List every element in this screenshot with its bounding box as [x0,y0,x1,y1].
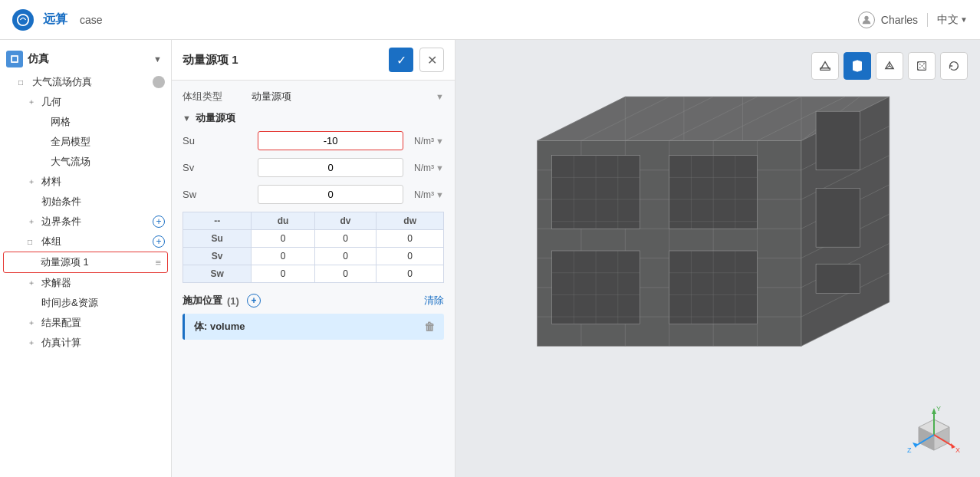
volume-tag-label: 体: volume [194,320,245,334]
clear-button[interactable]: 清除 [424,294,444,308]
svg-point-1 [864,15,868,19]
sv-unit[interactable]: N/m³ ▼ [409,163,444,173]
svg-text:Y: Y [936,405,941,413]
sv-dw-cell[interactable]: 0 [377,248,444,265]
panel-body: 体组类型 动量源项 ▼ ▼ 动量源项 Su N/m³ ▼ [172,81,455,349]
sw-unit[interactable]: N/m³ ▼ [409,189,444,200]
sv-input[interactable] [258,158,403,177]
body-type-text: 动量源项 [252,90,291,104]
sw-dw-cell[interactable]: 0 [377,265,444,283]
svg-rect-3 [12,57,17,61]
sidebar-item-label: 大气流场仿真 [32,75,146,89]
add-position-button[interactable]: + [247,294,261,308]
sidebar-item-momentum-src[interactable]: 动量源项 1 ≡ [3,252,168,273]
su-dv-cell[interactable]: 0 [314,230,377,248]
su-dw-cell[interactable]: 0 [377,230,444,248]
topbar: 远算 case Charles 中文 ▼ [0,0,980,40]
sidebar-item-label: 仿真计算 [41,336,165,350]
sidebar-item-label: 大气流场 [51,155,165,169]
sw-row: Sw N/m³ ▼ [183,185,444,204]
language-label: 中文 [937,13,959,27]
delete-volume-icon[interactable]: 🗑 [424,321,435,333]
confirm-button[interactable]: ✓ [389,48,413,72]
sidebar-item-geo[interactable]: ＋ 几何 [0,92,171,112]
sidebar-collapse-icon[interactable]: ▼ [153,54,162,64]
user-name: Charles [881,14,918,26]
topbar-left: 远算 case [12,9,103,31]
row-sv-label: Sv [183,248,252,265]
row-sw-label: Sw [183,265,252,283]
sidebar-item-material[interactable]: ＋ 材料 [0,172,171,192]
body-type-row: 体组类型 动量源项 ▼ [183,90,444,104]
sidebar-item-label: 体组 [41,235,146,248]
sv-row: Sv N/m³ ▼ [183,158,444,177]
panel-title: 动量源项 1 [183,53,238,67]
sidebar-item-timestep[interactable]: 时间步&资源 [0,293,171,313]
su-unit-label: N/m³ [414,136,434,146]
expand-icon: ＋ [28,176,38,187]
table-row: Sw 0 0 0 [183,265,444,283]
add-volume-button[interactable]: + [153,235,165,248]
sidebar-item-label: 动量源项 1 [41,255,152,269]
col-header-dw: dw [377,212,444,230]
svg-rect-66 [816,111,860,170]
sidebar-item-atm[interactable]: □ 大气流场仿真 [0,72,171,92]
apply-count: (1) [227,295,239,307]
divider [927,13,928,27]
simulation-icon [6,51,23,67]
sw-unit-arrow: ▼ [436,190,444,199]
sidebar-item-mesh[interactable]: 网格 [0,112,171,132]
sidebar-item-global-model[interactable]: 全局模型 [0,132,171,152]
sw-dv-cell[interactable]: 0 [314,265,377,283]
case-label: case [80,14,103,26]
sv-du-cell[interactable]: 0 [252,248,314,265]
svg-rect-68 [816,264,860,293]
add-boundary-button[interactable]: + [153,215,165,228]
sidebar-item-label: 几何 [41,95,165,109]
su-du-cell[interactable]: 0 [252,230,314,248]
sidebar-item-label: 边界条件 [41,215,146,229]
sidebar: 仿真 ▼ □ 大气流场仿真 ＋ 几何 网格 全局模型 大气流场 ＋ [0,40,172,477]
sidebar-item-solver[interactable]: ＋ 求解器 [0,273,171,293]
close-button[interactable]: ✕ [419,48,444,72]
su-row: Su N/m³ ▼ [183,131,444,150]
main-layout: 仿真 ▼ □ 大气流场仿真 ＋ 几何 网格 全局模型 大气流场 ＋ [0,40,980,477]
svg-rect-4 [821,68,830,71]
sv-unit-label: N/m³ [414,163,434,173]
sidebar-item-result-config[interactable]: ＋ 结果配置 [0,313,171,333]
topbar-right: Charles 中文 ▼ [858,12,968,28]
sidebar-item-boundary[interactable]: ＋ 边界条件 + [0,212,171,232]
volume-tag: 体: volume 🗑 [183,314,444,340]
sw-label: Sw [183,189,252,200]
language-selector[interactable]: 中文 ▼ [937,13,968,27]
svg-text:Z: Z [907,446,912,454]
expand-icon [37,118,48,127]
sidebar-title: 仿真 [28,52,49,66]
sidebar-item-label: 全局模型 [51,135,165,149]
sidebar-header: 仿真 ▼ [0,46,171,72]
sidebar-item-volume-group[interactable]: □ 体组 + [0,232,171,252]
sv-dv-cell[interactable]: 0 [314,248,377,265]
section-title: 动量源项 [196,111,235,125]
row-su-label: Su [183,230,252,248]
expand-icon: □ [18,78,29,87]
sidebar-item-init[interactable]: 初始条件 [0,192,171,212]
body-type-label: 体组类型 [183,90,252,104]
su-input[interactable] [258,131,403,150]
sidebar-item-atm-field[interactable]: 大气流场 [0,152,171,172]
3d-viewport: Y Z X [455,40,980,477]
sidebar-item-label: 求解器 [41,276,165,290]
body-type-value[interactable]: 动量源项 ▼ [252,90,444,104]
section-header-momentum: ▼ 动量源项 [183,111,444,125]
sidebar-item-sim-compute[interactable]: ＋ 仿真计算 [0,333,171,353]
table-row: Su 0 0 0 [183,230,444,248]
logo-icon [12,9,34,31]
sw-input[interactable] [258,185,403,204]
sw-du-cell[interactable]: 0 [252,265,314,283]
user-avatar-icon [858,12,875,28]
brand-name: 远算 [43,12,67,28]
su-unit[interactable]: N/m³ ▼ [409,136,444,146]
panel-header: 动量源项 1 ✓ ✕ [172,40,455,81]
sv-label: Sv [183,162,252,173]
reset-view-button[interactable] [940,52,968,80]
